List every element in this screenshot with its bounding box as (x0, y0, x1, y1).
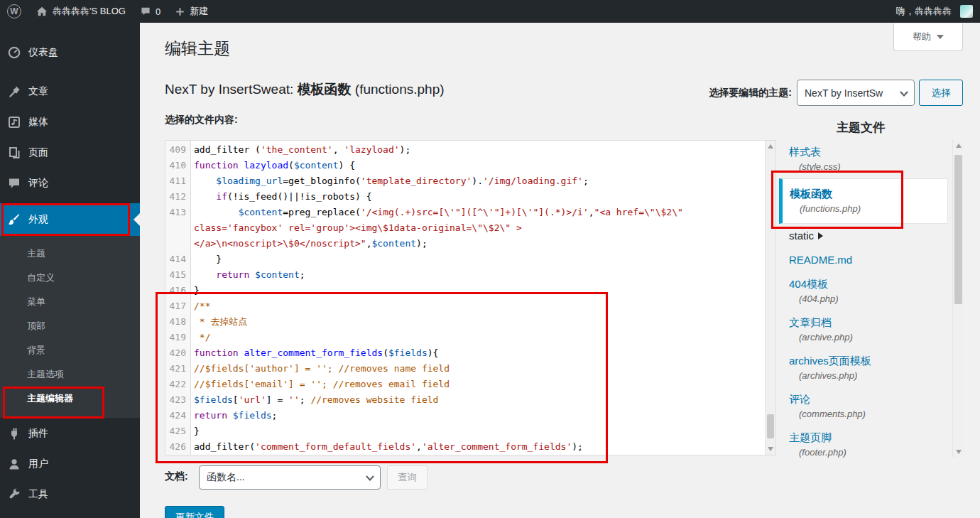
code-line: class='fancybox' rel='group'><img\$1data… (165, 220, 775, 236)
file-link[interactable]: 评论 (789, 392, 810, 407)
line-number: 423 (165, 392, 191, 408)
file-link[interactable]: archives页面模板 (789, 353, 871, 369)
code-text: $loadimg_url=get_bloginfo('template_dire… (191, 173, 589, 189)
code-line: 411 $loadimg_url=get_bloginfo('template_… (165, 173, 775, 189)
users-icon (7, 457, 21, 471)
user-avatar (960, 5, 973, 18)
line-number: 421 (165, 361, 191, 377)
folder-name[interactable]: static (789, 228, 814, 244)
theme-select[interactable]: NexT by InsertSw (797, 80, 915, 106)
submenu-item-主题选项[interactable]: 主题选项 (0, 362, 140, 387)
code-editor[interactable]: 409add_filter ('the_content', 'lazyload'… (165, 140, 776, 455)
line-number (165, 236, 191, 252)
sidebar-item-评论[interactable]: 评论 (0, 168, 140, 198)
subtitle-theme: NexT by InsertSweat: (165, 82, 298, 97)
file-link[interactable]: 模板函数 (790, 186, 832, 202)
theme-file-item[interactable]: static (779, 224, 952, 248)
appearance-submenu: 主题自定义菜单顶部背景主题选项主题编辑器 (0, 236, 140, 418)
wordpress-menu[interactable]: W (0, 0, 28, 23)
sidebar-item-插件[interactable]: 插件 (0, 418, 140, 448)
scrollbar-thumb[interactable] (767, 414, 774, 438)
wordpress-logo-icon: W (7, 4, 21, 18)
documentation-select-value: 函数名... (207, 471, 245, 484)
scroll-down-arrow-icon[interactable] (766, 444, 775, 455)
file-list-scrollbar[interactable] (952, 140, 964, 458)
appearance-menu-block: 外观主题自定义菜单顶部背景主题选项主题编辑器 (0, 203, 140, 418)
code-line: 425} (165, 423, 775, 439)
home-icon (36, 5, 48, 18)
new-content-button[interactable]: 新建 (168, 0, 215, 23)
subtitle-file-name: 模板函数 (298, 82, 352, 97)
code-line: 413 $content=preg_replace('/<img(.+)src=… (165, 205, 775, 220)
code-line: 415 return $content; (165, 267, 775, 283)
submenu-item-菜单[interactable]: 菜单 (0, 290, 140, 314)
editor-vertical-scrollbar[interactable] (765, 141, 775, 455)
chevron-down-icon (366, 472, 374, 483)
theme-file-list: 样式表(style.css)模板函数(functions.php)staticR… (779, 140, 952, 458)
line-number: 417 (165, 298, 191, 314)
plus-icon (175, 6, 185, 17)
account-menu[interactable]: 嗨，犇犇犇犇 (889, 0, 980, 23)
line-number: 416 (165, 283, 191, 298)
scroll-up-arrow-icon[interactable] (953, 140, 964, 151)
sidebar-item-仪表盘[interactable]: 仪表盘 (0, 37, 140, 68)
submenu-item-自定义[interactable]: 自定义 (0, 266, 140, 290)
theme-file-item[interactable]: 样式表(style.css) (779, 140, 952, 178)
scroll-down-arrow-icon[interactable] (953, 447, 964, 458)
file-link[interactable]: 样式表 (789, 144, 821, 160)
line-number: 422 (165, 377, 191, 392)
sidebar-item-工具[interactable]: 工具 (0, 479, 140, 509)
theme-file-item[interactable]: 主题页脚(footer.php) (779, 426, 952, 458)
theme-file-item[interactable]: README.md (779, 248, 952, 272)
submenu-item-主题[interactable]: 主题 (0, 242, 140, 266)
lookup-button[interactable]: 查询 (387, 465, 428, 490)
scrollbar-thumb[interactable] (954, 155, 962, 304)
file-link[interactable]: 文章归档 (789, 315, 832, 330)
sidebar-item-页面[interactable]: 页面 (0, 137, 140, 168)
selected-file-content-label: 选择的文件内容: (165, 114, 238, 126)
code-text: add_filter('comment_form_default_fields'… (191, 439, 583, 455)
line-number: 410 (165, 158, 191, 173)
file-link[interactable]: 主题页脚 (789, 430, 832, 446)
submenu-item-主题编辑器[interactable]: 主题编辑器 (0, 387, 140, 411)
code-text: } (191, 283, 200, 298)
theme-file-item[interactable]: archives页面模板(archives.php) (779, 349, 952, 387)
sidebar-item-label: 外观 (28, 213, 48, 226)
active-menu-arrow (134, 213, 140, 226)
file-link[interactable]: 404模板 (789, 276, 828, 292)
help-dropdown-button[interactable]: 帮助 (893, 23, 963, 51)
sidebar-item-媒体[interactable]: 媒体 (0, 107, 140, 137)
editing-file-subtitle: NexT by InsertSweat: 模板函数 (functions.php… (165, 80, 445, 99)
dashboard-icon (7, 45, 21, 60)
code-line: 416} (165, 283, 775, 298)
site-name-link[interactable]: 犇犇犇犇'S BLOG (28, 0, 133, 23)
code-text: </a>\n<noscript>\$0</noscript>",$content… (191, 236, 428, 252)
sidebar-item-label: 插件 (28, 427, 48, 440)
file-path-label: (functions.php) (800, 202, 947, 216)
sidebar-item-label: 评论 (28, 177, 48, 190)
file-path-label: (404.php) (799, 292, 952, 306)
documentation-select[interactable]: 函数名... (199, 465, 381, 490)
update-file-button[interactable]: 更新文件 (165, 506, 224, 518)
submenu-item-背景[interactable]: 背景 (0, 338, 140, 362)
code-text: return $content; (191, 267, 305, 283)
code-text: //$fields['author'] = ''; //removes name… (191, 361, 450, 377)
submenu-item-顶部[interactable]: 顶部 (0, 314, 140, 338)
admin-bar-comments[interactable]: 0 (133, 0, 168, 23)
sidebar-item-外观[interactable]: 外观 (0, 203, 140, 236)
comment-count: 0 (156, 6, 160, 17)
chevron-down-icon (937, 35, 944, 43)
code-line: </a>\n<noscript>\$0</noscript>",$content… (165, 236, 775, 252)
theme-file-item[interactable]: 评论(comments.php) (779, 387, 952, 426)
sidebar-item-文章[interactable]: 文章 (0, 76, 140, 107)
file-path-label: (archive.php) (799, 330, 952, 345)
file-link[interactable]: README.md (789, 252, 852, 268)
theme-file-item[interactable]: 404模板(404.php) (779, 272, 952, 311)
line-number: 420 (165, 345, 191, 361)
scroll-up-arrow-icon[interactable] (766, 141, 775, 151)
site-name-label: 犇犇犇犇'S BLOG (53, 5, 126, 18)
theme-file-item[interactable]: 文章归档(archive.php) (779, 311, 952, 349)
theme-file-item[interactable]: 模板函数(functions.php) (779, 178, 948, 224)
sidebar-item-用户[interactable]: 用户 (0, 448, 140, 479)
choose-theme-button[interactable]: 选择 (919, 80, 963, 106)
